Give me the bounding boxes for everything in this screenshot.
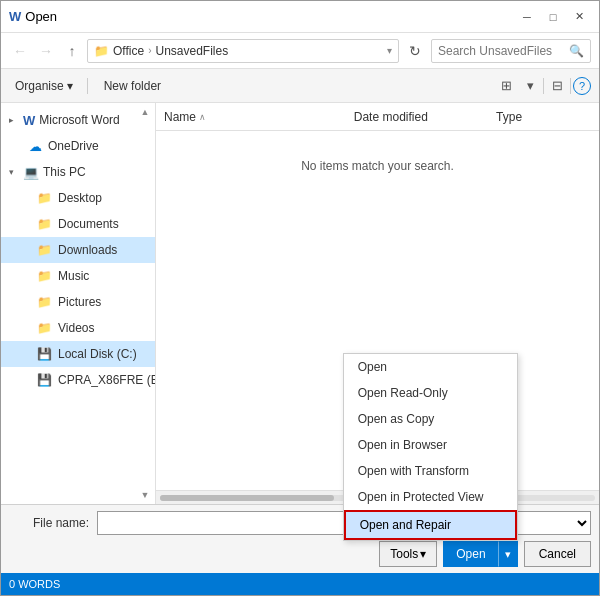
sidebar-item-this-pc[interactable]: ▾ 💻 This PC: [1, 159, 155, 185]
view-buttons: ⊞ ▾ ⊟ ?: [495, 75, 591, 97]
dropdown-item-open[interactable]: Open: [344, 354, 517, 380]
view-separator2: [570, 78, 571, 94]
maximize-button[interactable]: □: [541, 8, 565, 26]
open-button[interactable]: Open: [443, 541, 497, 567]
view-icon-button[interactable]: ⊞: [495, 75, 517, 97]
word-icon: W: [9, 9, 21, 24]
open-button-group: Open ▾ Open Open Read-Only Open as Copy …: [443, 541, 517, 567]
open-dialog: W Open ─ □ ✕ ← → ↑ 📁 Office › UnsavedFil…: [0, 0, 600, 596]
organise-button[interactable]: Organise ▾: [9, 77, 79, 95]
sidebar-item-label: This PC: [43, 165, 86, 179]
sidebar-item-desktop[interactable]: 📁 Desktop: [1, 185, 155, 211]
cancel-button[interactable]: Cancel: [524, 541, 591, 567]
forward-button[interactable]: →: [35, 40, 57, 62]
view-arrow-button[interactable]: ▾: [519, 75, 541, 97]
sidebar-item-label: Local Disk (C:): [58, 347, 137, 361]
up-button[interactable]: ↑: [61, 40, 83, 62]
sidebar-item-label: Pictures: [58, 295, 101, 309]
col-date-label: Date modified: [354, 110, 428, 124]
back-button[interactable]: ←: [9, 40, 31, 62]
sidebar-item-label: Downloads: [58, 243, 117, 257]
breadcrumb-dropdown-icon: ▾: [387, 45, 392, 56]
view-separator: [543, 78, 544, 94]
navigation-toolbar: ← → ↑ 📁 Office › UnsavedFiles ▾ ↻ 🔍: [1, 33, 599, 69]
minimize-button[interactable]: ─: [515, 8, 539, 26]
action-bar: Organise ▾ New folder ⊞ ▾ ⊟ ?: [1, 69, 599, 103]
bottom-bar: File name: Unsaved Files Tools ▾ Open ▾ …: [1, 504, 599, 573]
sidebar-item-documents[interactable]: 📁 Documents: [1, 211, 155, 237]
sidebar-scroll-down[interactable]: ▼: [139, 490, 151, 500]
folder-icon: 📁: [37, 269, 52, 283]
sidebar-scroll-up[interactable]: ▲: [139, 107, 151, 117]
col-type-header[interactable]: Type: [496, 110, 591, 124]
folder-icon: 📁: [37, 243, 52, 257]
close-button[interactable]: ✕: [567, 8, 591, 26]
col-date-header[interactable]: Date modified: [354, 110, 496, 124]
column-header: Name ∧ Date modified Type: [156, 103, 599, 131]
title-controls: ─ □ ✕: [515, 8, 591, 26]
sidebar-item-label: Music: [58, 269, 89, 283]
pc-icon: 💻: [23, 165, 39, 180]
sidebar-item-local-disk[interactable]: 💾 Local Disk (C:): [1, 341, 155, 367]
col-name-label: Name: [164, 110, 196, 124]
sidebar-item-downloads[interactable]: 📁 Downloads: [1, 237, 155, 263]
onedrive-icon: ☁: [29, 139, 42, 154]
sort-arrow-icon: ∧: [199, 112, 206, 122]
sidebar-item-label: Desktop: [58, 191, 102, 205]
expand-icon: ▸: [9, 115, 19, 125]
sidebar-item-onedrive[interactable]: ☁ OneDrive: [1, 133, 155, 159]
dropdown-item-and-repair[interactable]: Open and Repair: [344, 510, 517, 540]
col-type-label: Type: [496, 110, 522, 124]
dropdown-item-with-transform[interactable]: Open with Transform: [344, 458, 517, 484]
sidebar: ▲ ▸ W Microsoft Word ☁ OneDrive ▾ 💻 This…: [1, 103, 156, 504]
word-count: 0 WORDS: [9, 578, 60, 590]
dropdown-item-read-only[interactable]: Open Read-Only: [344, 380, 517, 406]
sidebar-item-cpra[interactable]: 💾 CPRA_X86FRE (E: [1, 367, 155, 393]
disk-icon: 💾: [37, 347, 52, 361]
breadcrumb-root: Office: [113, 44, 144, 58]
word-sidebar-icon: W: [23, 113, 35, 128]
dropdown-item-in-browser[interactable]: Open in Browser: [344, 432, 517, 458]
open-dropdown-button[interactable]: ▾: [498, 541, 518, 567]
organise-arrow-icon: ▾: [67, 79, 73, 93]
title-bar-left: W Open: [9, 9, 57, 24]
sidebar-item-microsoft-word[interactable]: ▸ W Microsoft Word: [1, 107, 155, 133]
scrollbar-thumb: [160, 495, 334, 501]
filename-label: File name:: [9, 516, 89, 530]
disk-icon: 💾: [37, 373, 52, 387]
sidebar-item-pictures[interactable]: 📁 Pictures: [1, 289, 155, 315]
expand-icon: ▾: [9, 167, 19, 177]
folder-icon: 📁: [37, 217, 52, 231]
search-input[interactable]: [438, 44, 565, 58]
sidebar-item-videos[interactable]: 📁 Videos: [1, 315, 155, 341]
refresh-button[interactable]: ↻: [403, 39, 427, 63]
folder-icon: 📁: [37, 191, 52, 205]
sidebar-item-label: Microsoft Word: [39, 113, 119, 127]
sidebar-item-music[interactable]: 📁 Music: [1, 263, 155, 289]
breadcrumb-separator: ›: [148, 45, 151, 56]
breadcrumb-icon: 📁: [94, 44, 109, 58]
sidebar-item-label: Documents: [58, 217, 119, 231]
folder-icon: 📁: [37, 321, 52, 335]
col-name-header[interactable]: Name ∧: [164, 110, 354, 124]
dropdown-item-as-copy[interactable]: Open as Copy: [344, 406, 517, 432]
breadcrumb[interactable]: 📁 Office › UnsavedFiles ▾: [87, 39, 399, 63]
sidebar-item-label: OneDrive: [48, 139, 99, 153]
button-row: Tools ▾ Open ▾ Open Open Read-Only Open …: [9, 541, 591, 567]
preview-button[interactable]: ⊟: [546, 75, 568, 97]
tools-arrow-icon: ▾: [420, 547, 426, 561]
no-items-message: No items match your search.: [164, 159, 591, 173]
tools-button[interactable]: Tools ▾: [379, 541, 437, 567]
help-button[interactable]: ?: [573, 77, 591, 95]
title-bar: W Open ─ □ ✕: [1, 1, 599, 33]
tools-label: Tools: [390, 547, 418, 561]
status-bar: 0 WORDS: [1, 573, 599, 595]
separator: [87, 78, 88, 94]
new-folder-button[interactable]: New folder: [96, 77, 169, 95]
search-box[interactable]: 🔍: [431, 39, 591, 63]
folder-icon: 📁: [37, 295, 52, 309]
dropdown-item-protected-view[interactable]: Open in Protected View: [344, 484, 517, 510]
sidebar-item-label: Videos: [58, 321, 94, 335]
organise-label: Organise: [15, 79, 64, 93]
breadcrumb-current: UnsavedFiles: [155, 44, 228, 58]
